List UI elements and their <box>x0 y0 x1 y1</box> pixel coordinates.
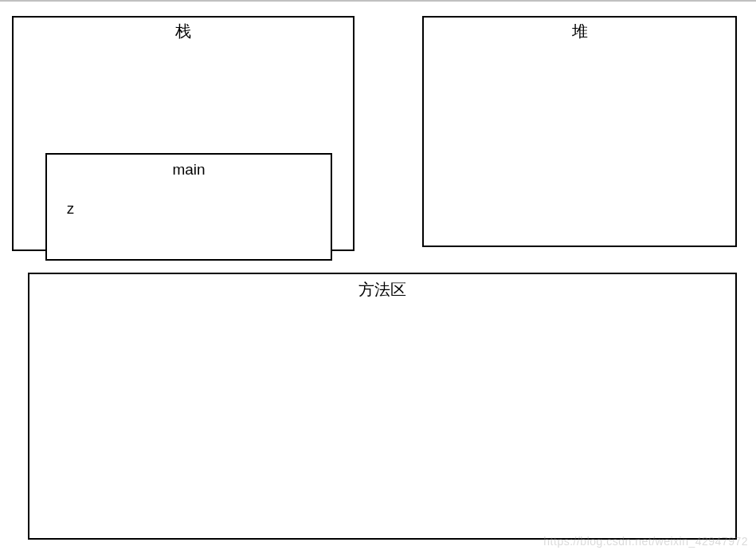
method-area-region: 方法区 <box>28 273 737 540</box>
stack-title: 栈 <box>14 21 353 42</box>
heap-region: 堆 <box>422 16 737 247</box>
watermark-text: https://blog.csdn.net/weixin_42947972 <box>543 535 748 548</box>
stack-region: 栈 main z <box>12 16 354 251</box>
method-area-title: 方法区 <box>29 279 735 301</box>
stack-frame-variable: z <box>67 201 74 218</box>
heap-title: 堆 <box>424 21 735 42</box>
stack-frame-main: main z <box>45 153 332 261</box>
stack-frame-name: main <box>47 161 331 179</box>
